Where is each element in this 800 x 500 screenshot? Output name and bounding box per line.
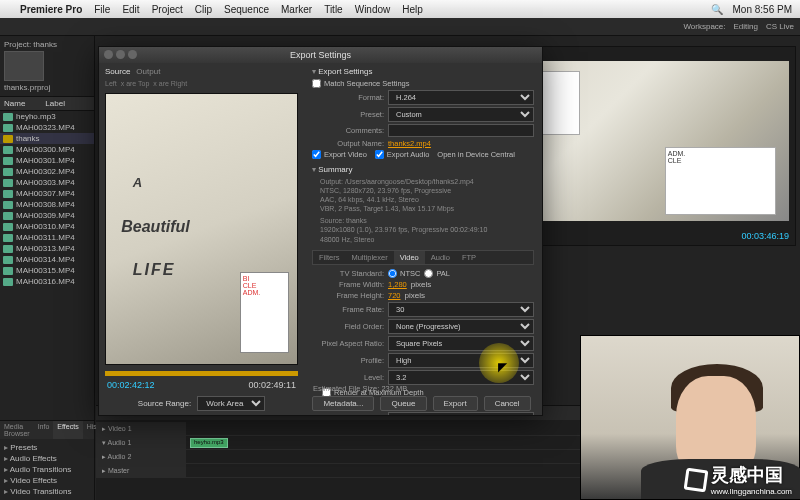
clip-icon <box>3 234 13 242</box>
bin-item[interactable]: thanks <box>0 133 94 144</box>
bin-item[interactable]: MAH00313.MP4 <box>0 243 94 254</box>
app-menu[interactable]: Premiere Pro <box>20 4 82 15</box>
export-preview-pane: Source Output Leftx are Topx are Right A… <box>99 47 304 415</box>
tab-ftp[interactable]: FTP <box>456 251 482 264</box>
bitrate-encoding-select[interactable]: VBR, 2 Pass <box>388 412 534 415</box>
export-settings-dialog: Export Settings Source Output Leftx are … <box>98 46 543 416</box>
frame-height-value[interactable]: 720 <box>388 291 401 300</box>
dialog-title: Export Settings <box>99 47 542 63</box>
col-label[interactable]: Label <box>45 99 65 108</box>
tvstd-ntsc-radio[interactable] <box>388 269 397 278</box>
clip-icon <box>3 201 13 209</box>
bin-item[interactable]: MAH00301.MP4 <box>0 155 94 166</box>
clip-icon <box>3 124 13 132</box>
bin-item[interactable]: MAH00307.MP4 <box>0 188 94 199</box>
tab-audio[interactable]: Audio <box>425 251 456 264</box>
bin-item[interactable]: heyho.mp3 <box>0 111 94 122</box>
preview-in-tc[interactable]: 00:02:42:12 <box>107 380 155 390</box>
bin-item[interactable]: MAH00302.MP4 <box>0 166 94 177</box>
window-controls[interactable] <box>104 50 137 59</box>
metadata-button[interactable]: Metadata... <box>312 396 374 411</box>
workspace-selector[interactable]: Editing <box>734 22 758 31</box>
tab-output[interactable]: Output <box>136 67 160 76</box>
bin-item[interactable]: MAH00310.MP4 <box>0 221 94 232</box>
tvstd-pal-radio[interactable] <box>424 269 433 278</box>
cancel-button[interactable]: Cancel <box>484 396 531 411</box>
project-panel-title: Project: thanks <box>4 40 90 51</box>
effects-folder[interactable]: Presets <box>2 442 92 453</box>
effects-folder[interactable]: Audio Effects <box>2 453 92 464</box>
source-range-label: Source Range: <box>138 399 191 408</box>
close-icon[interactable] <box>104 50 113 59</box>
tab-filters[interactable]: Filters <box>313 251 345 264</box>
par-select[interactable]: Square Pixels <box>388 336 534 351</box>
open-device-central[interactable]: Open in Device Central <box>437 150 515 159</box>
profile-select[interactable]: High <box>388 353 534 368</box>
bin-item[interactable]: MAH00311.MP4 <box>0 232 94 243</box>
effects-folder[interactable]: Video Effects <box>2 475 92 486</box>
menu-file[interactable]: File <box>94 4 110 15</box>
menu-title[interactable]: Title <box>324 4 343 15</box>
effects-folder[interactable]: Video Transitions <box>2 486 92 497</box>
cs-live-button[interactable]: CS Live <box>766 22 794 31</box>
clip-icon <box>3 223 13 231</box>
effects-tree[interactable]: PresetsAudio EffectsAudio TransitionsVid… <box>0 439 94 500</box>
export-preview[interactable]: A Beautiful LIFE BICLEADM. <box>105 93 298 365</box>
frame-width-value[interactable]: 1,280 <box>388 280 407 289</box>
menu-sequence[interactable]: Sequence <box>224 4 269 15</box>
clip-icon <box>3 267 13 275</box>
preset-select[interactable]: Custom <box>388 107 534 122</box>
section-export-settings[interactable]: Export Settings <box>312 67 534 76</box>
export-video-checkbox[interactable] <box>312 150 321 159</box>
menu-edit[interactable]: Edit <box>122 4 139 15</box>
output-name-link[interactable]: thanks2.mp4 <box>388 139 431 148</box>
crop-toolbar[interactable]: Leftx are Topx are Right <box>99 78 304 89</box>
effects-folder[interactable]: Audio Transitions <box>2 464 92 475</box>
format-select[interactable]: H.264 <box>388 90 534 105</box>
clip-icon <box>3 245 13 253</box>
bin-item[interactable]: MAH00303.MP4 <box>0 177 94 188</box>
tab-info[interactable]: Info <box>34 421 54 439</box>
source-range-select[interactable]: Work Area <box>197 396 265 411</box>
preview-text: A <box>133 175 142 190</box>
bin-item[interactable]: MAH00316.MP4 <box>0 276 94 287</box>
menu-marker[interactable]: Marker <box>281 4 312 15</box>
level-select[interactable]: 3.2 <box>388 370 534 385</box>
bin-item[interactable]: MAH00315.MP4 <box>0 265 94 276</box>
col-name[interactable]: Name <box>4 99 25 108</box>
summary-output: Output: /Users/aarongoose/Desktop/thanks… <box>312 177 534 213</box>
preview-out-tc[interactable]: 00:02:49:11 <box>248 380 296 390</box>
section-summary[interactable]: Summary <box>312 165 534 174</box>
minimize-icon[interactable] <box>116 50 125 59</box>
clip-icon <box>3 135 13 143</box>
comments-input[interactable] <box>388 124 534 137</box>
menu-window[interactable]: Window <box>355 4 391 15</box>
bin-item[interactable]: MAH00309.MP4 <box>0 210 94 221</box>
tab-media-browser[interactable]: Media Browser <box>0 421 34 439</box>
menu-project[interactable]: Project <box>152 4 183 15</box>
queue-button[interactable]: Queue <box>380 396 426 411</box>
match-sequence-checkbox[interactable] <box>312 79 321 88</box>
spotlight-icon[interactable]: 🔍 <box>711 4 723 15</box>
tab-video[interactable]: Video <box>394 251 425 264</box>
field-order-select[interactable]: None (Progressive) <box>388 319 534 334</box>
zoom-icon[interactable] <box>128 50 137 59</box>
menu-clip[interactable]: Clip <box>195 4 212 15</box>
bin-list[interactable]: heyho.mp3MAH00323.MP4thanksMAH00300.MP4M… <box>0 111 94 420</box>
export-button[interactable]: Export <box>433 396 478 411</box>
clip-icon <box>3 278 13 286</box>
clip-icon <box>3 212 13 220</box>
export-audio-checkbox[interactable] <box>375 150 384 159</box>
tab-multiplexer[interactable]: Multiplexer <box>345 251 393 264</box>
preview-scrubber[interactable] <box>105 371 298 376</box>
bin-header: Name Label <box>0 96 94 111</box>
tab-effects[interactable]: Effects <box>53 421 82 439</box>
frame-rate-select[interactable]: 30 <box>388 302 534 317</box>
bin-item[interactable]: MAH00314.MP4 <box>0 254 94 265</box>
bin-item[interactable]: MAH00300.MP4 <box>0 144 94 155</box>
project-thumbnail[interactable] <box>4 51 44 81</box>
bin-item[interactable]: MAH00323.MP4 <box>0 122 94 133</box>
tab-source[interactable]: Source <box>105 67 130 76</box>
bin-item[interactable]: MAH00308.MP4 <box>0 199 94 210</box>
menu-help[interactable]: Help <box>402 4 423 15</box>
